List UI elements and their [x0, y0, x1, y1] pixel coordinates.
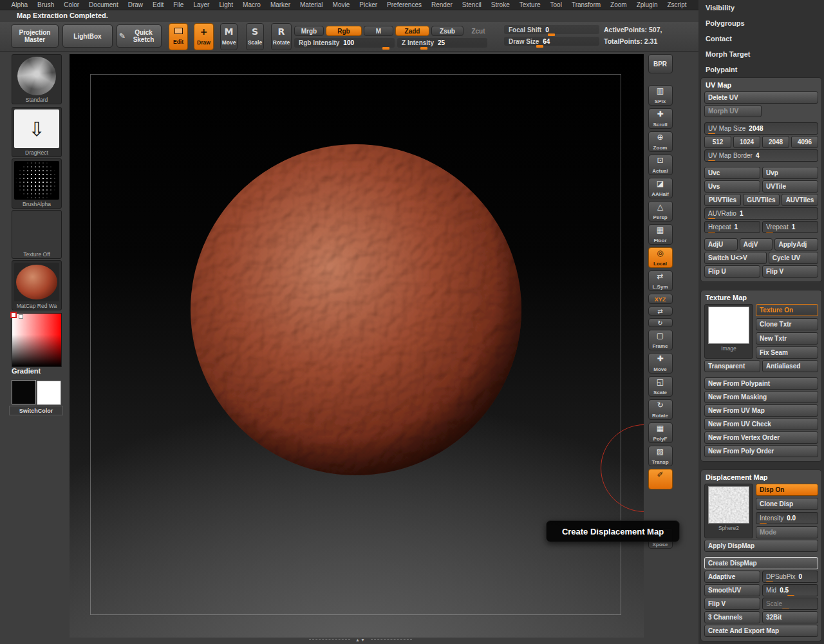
- new-from-uv-map-button[interactable]: New From UV Map: [704, 404, 818, 417]
- texture-on-button[interactable]: Texture On: [756, 304, 818, 316]
- gradient-label[interactable]: Gradient: [12, 367, 41, 375]
- polygroups-subpalette[interactable]: Polygroups: [698, 15, 824, 31]
- slider-handle[interactable]: [782, 609, 789, 610]
- current-material-tile[interactable]: MatCap Red Wa: [12, 260, 62, 310]
- secondary-color-swatch[interactable]: [37, 381, 61, 405]
- antialiased-button[interactable]: Antialiased: [762, 360, 818, 372]
- zsub-button[interactable]: Zsub: [431, 26, 464, 36]
- vrepeat-slider[interactable]: Vrepeat 1: [762, 221, 818, 233]
- slider-handle[interactable]: [708, 218, 715, 220]
- polypaint-subpalette[interactable]: Polypaint: [698, 62, 824, 77]
- apply-dispmap-button[interactable]: Apply DispMap: [704, 540, 818, 552]
- auvtiles-button[interactable]: AUVTiles: [782, 194, 818, 206]
- slider-handle[interactable]: [787, 595, 794, 596]
- floor-button[interactable]: ▦ Floor: [648, 224, 673, 245]
- menu-item[interactable]: Transform: [566, 1, 605, 8]
- clone-txtr-button[interactable]: Clone Txtr: [756, 318, 818, 330]
- flip-u-button[interactable]: Flip U: [704, 265, 760, 278]
- zcut-button[interactable]: Zcut: [465, 26, 491, 36]
- fix-seam-button[interactable]: Fix Seam: [756, 346, 818, 359]
- frame-button[interactable]: ▢ Frame: [648, 330, 673, 350]
- menu-item[interactable]: Stencil: [457, 1, 486, 8]
- new-from-uv-check-button[interactable]: New From UV Check: [704, 418, 818, 430]
- sphere-model[interactable]: [189, 142, 523, 477]
- slider-handle[interactable]: [420, 47, 427, 50]
- slider-handle[interactable]: [708, 232, 715, 233]
- slider-handle[interactable]: [708, 133, 715, 135]
- menu-item[interactable]: Light: [214, 1, 238, 8]
- scale-view-button[interactable]: ◱ Scale: [648, 376, 673, 397]
- menu-item[interactable]: Zscript: [662, 1, 691, 8]
- applyadj-button[interactable]: ApplyAdj: [774, 238, 818, 251]
- menu-item[interactable]: Material: [295, 1, 328, 8]
- slider-handle[interactable]: [708, 160, 715, 162]
- disp-scale-slider[interactable]: Scale: [762, 598, 818, 610]
- uvtile-button[interactable]: UVTile: [762, 180, 818, 193]
- z-intensity-slider[interactable]: Z Intensity 25: [397, 38, 487, 48]
- rgb-intensity-slider[interactable]: Rgb Intensity 100: [294, 38, 395, 48]
- disp-on-button[interactable]: Disp On: [756, 484, 818, 496]
- scale-mode-button[interactable]: S Scale: [246, 23, 264, 50]
- current-alpha-tile[interactable]: BrushAlpha: [12, 158, 62, 209]
- menu-item[interactable]: Layer: [189, 1, 214, 8]
- uv-size-512-button[interactable]: 512: [704, 136, 731, 148]
- morph-uv-button[interactable]: Morph UV: [704, 105, 762, 117]
- radial-axis-button[interactable]: ↻: [648, 318, 673, 327]
- scroll-button[interactable]: ✚ Scroll: [648, 108, 673, 129]
- adjv-button[interactable]: AdjV: [740, 238, 773, 251]
- rotate-mode-button[interactable]: R Rotate: [271, 23, 292, 50]
- menu-item[interactable]: Marker: [265, 1, 295, 8]
- menu-item[interactable]: Brush: [33, 1, 59, 8]
- menu-item[interactable]: Macro: [238, 1, 266, 8]
- actual-size-button[interactable]: ⊡ Actual: [648, 155, 673, 175]
- menu-item[interactable]: File: [169, 1, 189, 8]
- slider-handle[interactable]: [536, 45, 543, 48]
- draw-size-slider[interactable]: Draw Size 64: [504, 37, 599, 46]
- hrepeat-slider[interactable]: Hrepeat 1: [704, 221, 760, 233]
- persp-button[interactable]: △ Persp: [648, 201, 673, 222]
- uvc-button[interactable]: Uvc: [704, 167, 760, 179]
- uv-size-1024-button[interactable]: 1024: [733, 136, 760, 148]
- lsym-button[interactable]: ⇄ L.Sym: [648, 270, 673, 291]
- switch-uv-button[interactable]: Switch U<>V: [704, 252, 767, 264]
- m-button[interactable]: M: [364, 26, 393, 36]
- slider-handle[interactable]: [382, 47, 389, 50]
- dpsubpix-slider[interactable]: DPSubPix 0: [762, 571, 818, 583]
- new-from-poly-order-button[interactable]: New From Poly Order: [704, 445, 818, 457]
- move-view-button[interactable]: ✚ Move: [648, 353, 673, 374]
- transparent-button[interactable]: Transparent: [704, 360, 760, 372]
- menu-item[interactable]: Texture: [514, 1, 545, 8]
- main-color-swatch[interactable]: [12, 380, 36, 404]
- slider-handle[interactable]: [766, 582, 773, 583]
- menu-item[interactable]: Preferences: [382, 1, 427, 8]
- current-stroke-tile[interactable]: ⇩ DragRect: [12, 107, 62, 157]
- canvas-scroll-indicator[interactable]: ▲▼: [303, 636, 418, 643]
- menu-item[interactable]: Tool: [545, 1, 566, 8]
- new-from-vertex-order-button[interactable]: New From Vertex Order: [704, 431, 818, 444]
- switch-color-button[interactable]: SwitchColor: [9, 406, 63, 415]
- lightbox-button[interactable]: LightBox: [62, 24, 113, 48]
- uv-map-header[interactable]: UV Map: [706, 81, 818, 89]
- mid-slider[interactable]: Mid 0.5: [762, 584, 818, 596]
- contact-subpalette[interactable]: Contact: [698, 31, 824, 46]
- mrgb-button[interactable]: Mrgb: [294, 26, 324, 36]
- uv-map-border-slider[interactable]: UV Map Border 4: [704, 149, 818, 162]
- new-from-masking-button[interactable]: New From Masking: [704, 391, 818, 403]
- aahalf-button[interactable]: ◪ AAHalf: [648, 178, 673, 198]
- slider-handle[interactable]: [548, 33, 555, 36]
- menu-item[interactable]: Document: [84, 1, 124, 8]
- uv-size-4096-button[interactable]: 4096: [791, 136, 818, 148]
- morph-target-subpalette[interactable]: Morph Target: [698, 46, 824, 62]
- projection-master-button[interactable]: Projection Master: [11, 24, 59, 48]
- menu-item[interactable]: Stroke: [486, 1, 514, 8]
- bpr-button[interactable]: BPR: [648, 54, 673, 73]
- texture-map-header[interactable]: Texture Map: [706, 294, 818, 301]
- texture-image-thumbnail[interactable]: Image: [704, 304, 753, 359]
- rotate-view-button[interactable]: ↻ Rotate: [648, 399, 673, 420]
- displacement-thumbnail[interactable]: Sphere2: [704, 484, 753, 538]
- delete-uv-button[interactable]: Delete UV: [704, 91, 818, 104]
- smoothuv-button[interactable]: SmoothUV: [704, 584, 760, 596]
- transparency-button[interactable]: ▨ Transp: [648, 446, 673, 466]
- auvratio-slider[interactable]: AUVRatio 1: [704, 207, 818, 220]
- current-texture-tile[interactable]: Texture Off: [12, 210, 62, 259]
